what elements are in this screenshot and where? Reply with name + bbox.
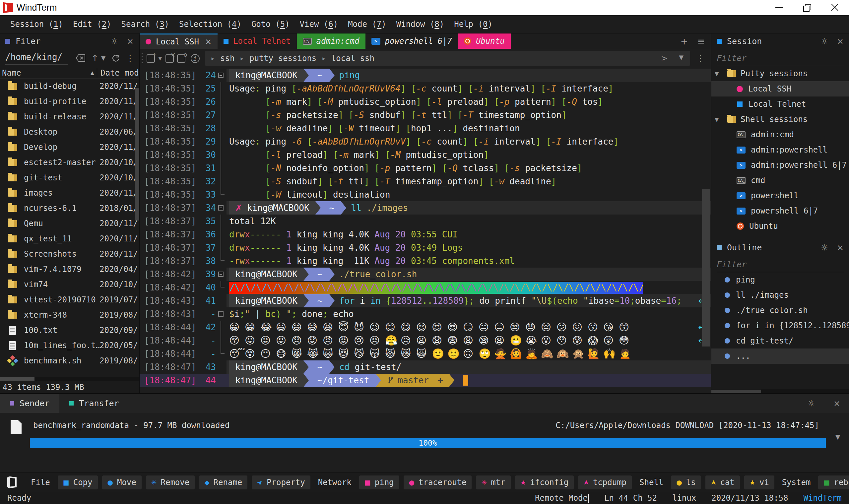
outline-settings-gear-icon[interactable]: ☼ (821, 243, 828, 252)
breadcrumb-segment[interactable]: ssh (220, 54, 234, 63)
menu-mode[interactable]: Mode (7) (343, 15, 391, 33)
toolbar-button-remove[interactable]: ✳ Remove (146, 475, 195, 489)
toolbar-button-move[interactable]: ● Move (102, 475, 142, 489)
outline-item[interactable]: ... (711, 348, 849, 364)
outline-item[interactable]: for i in {128512..128589} (711, 318, 849, 333)
session-close-icon[interactable]: × (837, 36, 844, 46)
outline-item[interactable]: ll ./images (711, 287, 849, 303)
outline-item[interactable]: ./true_color.sh (711, 303, 849, 318)
drag-handle[interactable] (141, 52, 143, 64)
file-row[interactable]: Qemu 2020/11/ (0, 216, 139, 231)
outline-close-icon[interactable]: × (837, 243, 844, 252)
tab-local-telnet[interactable]: Local Telnet (218, 34, 296, 49)
restore-button[interactable] (802, 3, 811, 12)
fold-marker[interactable] (218, 73, 223, 78)
status-datetime[interactable]: 2020/11/13 18:58 (711, 493, 788, 503)
menu-help[interactable]: Help (0) (449, 15, 498, 33)
collapse-arrow-icon[interactable]: ▼ (715, 116, 723, 123)
fold-marker[interactable] (218, 272, 223, 277)
breadcrumb-run-icon[interactable]: > (661, 54, 668, 63)
file-row[interactable]: Screenshots 2020/11/ (0, 246, 139, 262)
file-row[interactable]: vttest-20190710 2019/07/ (0, 292, 139, 307)
toolbar-button-traceroute[interactable]: ● traceroute (403, 475, 472, 489)
close-session-icon[interactable]: × (165, 54, 174, 63)
new-session-icon[interactable]: + (147, 54, 155, 63)
transfer-settings-gear-icon[interactable]: ☼ (808, 399, 815, 408)
close-button[interactable] (830, 3, 839, 12)
filer-settings-gear-icon[interactable]: ☼ (111, 36, 118, 46)
file-row[interactable]: git-test 2020/10/ (0, 170, 139, 185)
file-row[interactable]: benchmark.sh 2019/08/ (0, 353, 139, 368)
breadcrumb-segment[interactable]: putty sessions (249, 54, 317, 63)
session-filter-input[interactable]: Filter (717, 49, 844, 66)
filer-path-input[interactable]: /home/king/ (5, 51, 68, 65)
tab-list-menu-icon[interactable]: ≡ (697, 36, 705, 47)
terminal-screen[interactable]: [18:48:35] 24 king@MACBOOK~ping [18:48:3… (140, 68, 711, 393)
outline-item[interactable]: ping (711, 272, 849, 287)
file-row[interactable]: vim-7.4.1079 2020/04/ (0, 262, 139, 277)
file-row[interactable]: 100.txt 2020/09/ (0, 323, 139, 338)
tab-admin-cmd[interactable]: C:\_ admin:cmd (297, 34, 365, 49)
status-mode[interactable]: Remote Mode (535, 493, 589, 503)
session-item-cmd[interactable]: C:\_ cmd (711, 173, 849, 188)
file-row[interactable]: build-debug 2020/11/ (0, 78, 139, 94)
breadcrumb-segment[interactable]: local ssh (331, 54, 375, 63)
toolbar-button-mtr[interactable]: ✳ mtr (476, 475, 510, 489)
fold-marker[interactable] (218, 311, 223, 317)
path-dropdown-icon[interactable]: ▼ (101, 55, 106, 61)
session-item-powershell[interactable]: > powershell (711, 188, 849, 203)
status-cursor-position[interactable]: Ln 44 Ch 52 (604, 493, 657, 503)
session-item-powershell-6-7[interactable]: > powershell 6|7 (711, 203, 849, 218)
status-os[interactable]: linux (672, 493, 696, 503)
toolbar-button-tcpdump[interactable]: ➤ tcpdump (578, 475, 632, 489)
file-row[interactable]: esctest2-master 2020/10/ (0, 155, 139, 170)
session-item-admin-cmd[interactable]: C:\_ admin:cmd (711, 127, 849, 142)
file-row[interactable]: vim74 2020/10/ (0, 277, 139, 292)
session-item-ubuntu[interactable]: Ubuntu (711, 218, 849, 234)
menu-selection[interactable]: Selection (4) (174, 15, 247, 33)
menu-view[interactable]: View (6) (295, 15, 343, 33)
session-item-local-ssh[interactable]: Local SSH (711, 81, 849, 96)
session-item-admin-powershell[interactable]: > admin:powershell (711, 142, 849, 158)
transfer-close-icon[interactable]: × (833, 399, 841, 408)
refresh-icon[interactable] (111, 54, 120, 62)
toolbar-button-rename[interactable]: ◆ Rename (199, 475, 248, 489)
toolbar-button-ifconfig[interactable]: ★ ifconfig (515, 475, 574, 489)
collapse-arrow-icon[interactable]: ▼ (715, 71, 723, 77)
terminal-scrollbar[interactable] (702, 189, 710, 346)
tab-close-icon[interactable]: × (205, 37, 212, 47)
new-session-dropdown-icon[interactable]: ▼ (158, 55, 162, 61)
outline-item[interactable]: cd git-test/ (711, 333, 849, 348)
session-item-local-telnet[interactable]: Local Telnet (711, 96, 849, 112)
session-item-admin-powershell-6-7[interactable]: > admin:powershell 6|7 (711, 158, 849, 173)
session-folder[interactable]: ▼ Putty sessions (711, 66, 849, 81)
menu-window[interactable]: Window (8) (391, 15, 449, 33)
file-row[interactable]: xterm-348 2019/08/ (0, 307, 139, 323)
session-settings-gear-icon[interactable]: ☼ (821, 36, 828, 46)
detach-session-icon[interactable]: o (177, 54, 185, 63)
filer-vertical-scrollbar[interactable] (135, 88, 139, 220)
menu-session[interactable]: Session (1) (5, 15, 68, 33)
toolbar-button-copy[interactable]: ■ Copy (58, 475, 98, 489)
file-row[interactable]: qx_test_11 2020/11/ (0, 231, 139, 246)
menu-edit[interactable]: Edit (2) (68, 15, 116, 33)
outline-horizontal-scrollbar[interactable] (711, 389, 849, 393)
outline-filter-input[interactable]: Filter (717, 255, 844, 272)
toolbar-button-property[interactable]: ➤ Property (252, 475, 310, 489)
add-tab-icon[interactable]: + (681, 36, 688, 47)
file-row[interactable]: images 2020/11/ (0, 185, 139, 201)
file-row[interactable]: Develop 2020/11/ (0, 140, 139, 155)
clear-path-icon[interactable] (76, 54, 86, 62)
filer-close-icon[interactable]: × (127, 36, 134, 46)
toolbar-button-ping[interactable]: ■ ping (359, 475, 399, 489)
file-row[interactable]: Desktop 2020/06/ (0, 124, 139, 140)
column-header-name[interactable]: Name ▲ (0, 68, 97, 77)
transfer-dropdown-icon[interactable]: ▼ (835, 433, 841, 441)
up-directory-icon[interactable]: ↑ (92, 53, 98, 63)
toolbar-button-ls[interactable]: ● ls (671, 475, 701, 489)
status-brand[interactable]: WindTerm (803, 493, 842, 503)
menu-search[interactable]: Search (3) (116, 15, 175, 33)
tab-local-ssh[interactable]: Local SSH × (140, 34, 218, 49)
file-row[interactable]: ncurses-6.1 2018/01/ (0, 201, 139, 216)
session-folder[interactable]: ▼ Shell sessions (711, 112, 849, 127)
